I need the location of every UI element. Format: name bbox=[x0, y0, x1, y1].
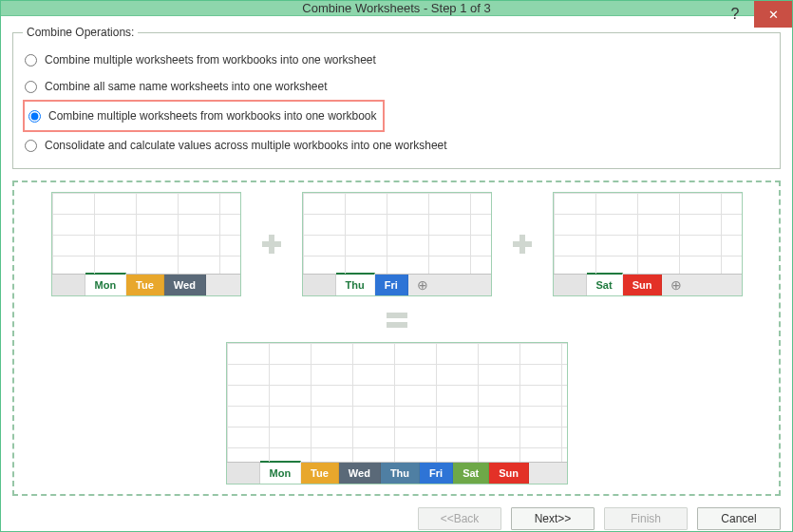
operation-option-3[interactable]: Consolidate and calculate values across … bbox=[23, 132, 770, 159]
operation-option-1[interactable]: Combine all same name worksheets into on… bbox=[23, 73, 770, 100]
tab-spacer bbox=[554, 275, 587, 295]
tab-sat: Sat bbox=[587, 273, 623, 295]
operation-option-0[interactable]: Combine multiple worksheets from workboo… bbox=[23, 47, 770, 73]
illustration-workbook-result: Mon Tue Wed Thu Fri Sat Sun bbox=[226, 342, 568, 484]
operation-radio-0[interactable] bbox=[25, 54, 37, 66]
system-buttons: ? ✕ bbox=[716, 1, 792, 15]
tab-spacer bbox=[227, 463, 260, 484]
illustration-grid bbox=[227, 343, 567, 462]
equals-icon bbox=[380, 302, 414, 336]
illustration-workbook-3: Sat Sun ⊕ bbox=[553, 192, 743, 296]
finish-button: Finish bbox=[604, 507, 688, 530]
titlebar: Combine Worksheets - Step 1 of 3 ? ✕ bbox=[1, 1, 792, 16]
body: Combine Operations: Combine multiple wor… bbox=[1, 16, 792, 532]
combine-operations-legend: Combine Operations: bbox=[23, 26, 138, 39]
operation-label-2: Combine multiple worksheets from workboo… bbox=[48, 109, 377, 123]
add-sheet-icon: ⊕ bbox=[662, 275, 690, 295]
tab-spacer bbox=[52, 275, 85, 295]
tab-sun: Sun bbox=[623, 275, 663, 295]
operation-label-3: Consolidate and calculate values across … bbox=[45, 139, 447, 152]
operation-option-2[interactable]: Combine multiple worksheets from workboo… bbox=[23, 100, 385, 132]
back-button: <<Back bbox=[418, 507, 501, 530]
plus-icon bbox=[505, 227, 539, 261]
next-button[interactable]: Next>> bbox=[511, 507, 595, 530]
tab-tue: Tue bbox=[301, 463, 339, 484]
operation-radio-2[interactable] bbox=[28, 110, 41, 123]
close-button[interactable]: ✕ bbox=[754, 1, 792, 28]
illustration-grid bbox=[52, 193, 240, 274]
operation-radio-3[interactable] bbox=[25, 140, 37, 152]
footer-buttons: <<Back Next>> Finish Cancel bbox=[12, 507, 781, 530]
tab-mon: Mon bbox=[85, 273, 127, 295]
illustration-top-row: Mon Tue Wed Thu bbox=[51, 192, 743, 296]
combine-operations-group: Combine Operations: Combine multiple wor… bbox=[12, 26, 781, 169]
illustration-workbook-1: Mon Tue Wed bbox=[51, 192, 241, 296]
tab-fri: Fri bbox=[420, 463, 453, 484]
operation-label-0: Combine multiple worksheets from workboo… bbox=[45, 53, 376, 66]
cancel-button[interactable]: Cancel bbox=[697, 507, 781, 530]
illustration-tabstrip: Sat Sun ⊕ bbox=[554, 274, 742, 295]
combine-worksheets-window: Combine Worksheets - Step 1 of 3 ? ✕ Com… bbox=[0, 0, 793, 532]
window-title: Combine Worksheets - Step 1 of 3 bbox=[1, 1, 792, 15]
operation-label-1: Combine all same name worksheets into on… bbox=[45, 80, 327, 93]
illustration-tabstrip: Mon Tue Wed Thu Fri Sat Sun bbox=[227, 462, 567, 484]
tab-sun: Sun bbox=[489, 463, 529, 484]
plus-icon bbox=[255, 227, 289, 261]
tab-wed: Wed bbox=[164, 275, 206, 295]
illustration-tabstrip: Thu Fri ⊕ bbox=[303, 274, 491, 295]
tab-tue: Tue bbox=[126, 275, 164, 295]
tab-thu: Thu bbox=[336, 273, 375, 295]
help-button[interactable]: ? bbox=[716, 1, 754, 28]
tab-thu: Thu bbox=[381, 463, 420, 484]
tab-mon: Mon bbox=[260, 461, 302, 484]
tab-spacer bbox=[303, 275, 336, 295]
illustration-grid bbox=[303, 193, 491, 274]
illustration-grid bbox=[554, 193, 742, 274]
tab-sat: Sat bbox=[453, 463, 489, 484]
illustration-tabstrip: Mon Tue Wed bbox=[52, 274, 240, 295]
add-sheet-icon: ⊕ bbox=[408, 275, 437, 295]
tab-wed: Wed bbox=[339, 463, 381, 484]
tab-fri: Fri bbox=[375, 275, 408, 295]
illustration-panel: Mon Tue Wed Thu bbox=[12, 180, 781, 496]
illustration-workbook-2: Thu Fri ⊕ bbox=[302, 192, 492, 296]
operation-radio-1[interactable] bbox=[25, 81, 37, 93]
